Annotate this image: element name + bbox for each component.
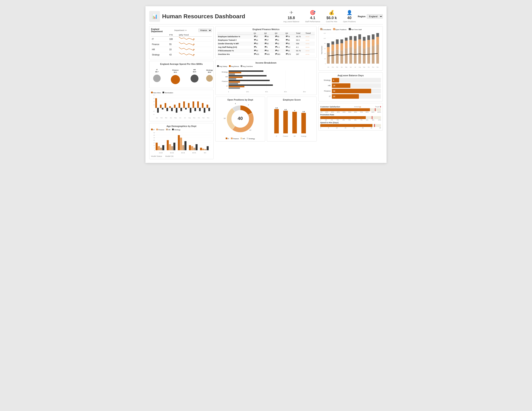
svg-rect-181 <box>358 39 361 46</box>
q2-val: 🏴50 <box>264 42 274 46</box>
svg-rect-197 <box>376 37 379 45</box>
finance-metrics-title: England Finance Metrics <box>217 28 315 30</box>
svg-text:4.5: 4.5 <box>275 107 278 109</box>
avg-leave-title: AvgLeave Balance Days <box>320 74 381 77</box>
svg-rect-105 <box>228 70 263 72</box>
q3-val: 🏴67 <box>274 49 285 53</box>
svg-rect-70 <box>156 143 158 150</box>
model-status-label: Model Status <box>151 155 162 157</box>
svg-text:15: 15 <box>153 142 155 143</box>
kpi-item-0: ✈ 18.8 Avg Leave Balance <box>283 10 299 23</box>
progress-bars: Customer SatisfactionActual ▬ Target ▮ 0… <box>320 106 381 129</box>
svg-rect-21 <box>160 105 162 108</box>
svg-rect-168 <box>345 48 348 64</box>
col-q4: Q4 <box>285 32 295 35</box>
axis-label: 0% <box>320 111 322 113</box>
stacked-legend: Consultants Open Positions Part Time Sta… <box>320 28 381 30</box>
col-trend: Qttly Trend <box>178 33 212 37</box>
axis-label: 9% <box>372 119 374 121</box>
metric-name: FTE/Contractor % <box>217 49 253 53</box>
svg-text:Nov: Nov <box>202 117 205 118</box>
svg-text:Strategy: Strategy <box>301 135 306 137</box>
svg-rect-81 <box>180 138 182 150</box>
svg-text:80: 80 <box>324 43 326 44</box>
mid-column: England Finance Metrics Q1 Q2 Q3 Q4 Tota… <box>215 26 317 159</box>
axis-label: 4% <box>342 119 344 121</box>
page-title: Human Resources Dashboard <box>162 13 281 20</box>
svg-rect-189 <box>367 40 370 47</box>
dashboard: 📊 Human Resources Dashboard ✈ 18.8 Avg L… <box>145 6 387 163</box>
svg-rect-110 <box>228 77 243 78</box>
bottom-mid: Open Positions by Dept 71712440 IT Finan… <box>215 97 317 142</box>
axis-label: 25 <box>362 127 364 129</box>
q1-val: 🏴433 <box>253 53 264 56</box>
axis-label: 80% <box>366 111 369 113</box>
q4-val: 🏴86 <box>285 38 295 42</box>
svg-text:-2: -2 <box>153 111 154 112</box>
svg-text:2: 2 <box>153 104 154 105</box>
svg-text:80 k: 80 k <box>303 91 306 93</box>
svg-point-2 <box>193 49 194 50</box>
region-dropdown[interactable]: England Scotland Wales <box>367 14 383 19</box>
svg-rect-157 <box>332 45 334 51</box>
svg-text:4.2: 4.2 <box>285 109 287 111</box>
q3-val: 🏴383 <box>274 53 285 56</box>
open-positions-panel: Open Positions by Dept 71712440 IT Finan… <box>215 97 265 142</box>
svg-rect-132 <box>292 112 297 134</box>
leave-bar-track: 32 <box>332 89 381 93</box>
right-column: Consultants Open Positions Part Time Sta… <box>318 26 383 159</box>
svg-rect-113 <box>228 80 270 81</box>
axis-label: 5 <box>328 127 329 129</box>
metric-name: Overtime Hrs <box>217 53 253 56</box>
metric-name: Avg Staff Rating (0-5) <box>217 46 253 49</box>
svg-rect-34 <box>180 108 182 111</box>
svg-rect-176 <box>354 49 357 64</box>
svg-rect-40 <box>190 108 191 113</box>
svg-rect-186 <box>363 37 366 40</box>
donut-legend: IT Finance HR Strategy <box>226 138 255 140</box>
svg-text:20: 20 <box>324 58 326 59</box>
age-demo-chart: 0510152025303519-2526-3536-4546-5555+ <box>151 132 212 154</box>
axis-label: 35 <box>379 127 381 129</box>
legend-finance-dot: Finance <box>231 138 239 140</box>
q3-val: 🏴4.1 <box>274 46 285 49</box>
dept-filter[interactable]: FinanceITHRStrategy <box>199 29 212 32</box>
kpi-item-2: 💰 $6.0 k Cost Per Hire <box>326 10 337 23</box>
total-val: 4.1 <box>295 46 305 49</box>
svg-rect-118 <box>228 86 244 87</box>
svg-rect-39 <box>188 103 190 108</box>
svg-point-1 <box>193 44 194 45</box>
svg-text:0: 0 <box>154 150 155 151</box>
new-hires-panel: New Hires Termination -4-22468JanFebMarA… <box>149 90 214 121</box>
svg-rect-49 <box>204 108 205 113</box>
age-demo-legend: IT Finance HR Strategy <box>151 129 212 131</box>
kpi-value-2: $6.0 k <box>326 16 337 20</box>
svg-text:7: 7 <box>248 104 249 106</box>
leave-dept-label: Finance <box>320 90 331 92</box>
axis-label: 10% <box>378 119 381 121</box>
legend-hr-dot: HR <box>240 138 245 140</box>
svg-rect-76 <box>169 144 171 150</box>
q4-val: 🏴370 <box>285 53 295 56</box>
leave-dept-label: Strategy <box>320 79 331 81</box>
q3-val: 🏴55 <box>274 35 285 38</box>
new-hires-legend: New Hires Termination <box>151 92 212 94</box>
bubble-it: IT$8.7 <box>153 75 161 82</box>
svg-rect-166 <box>340 39 343 43</box>
svg-rect-48 <box>202 103 203 108</box>
axis-label: 70% <box>360 111 363 113</box>
new-hires-chart: -4-22468JanFebMarAprMayJunJulAugSepOctNo… <box>151 95 212 119</box>
leave-bar-track: 22 <box>332 94 381 99</box>
svg-text:6: 6 <box>153 98 154 99</box>
svg-rect-135 <box>301 113 306 134</box>
age-demo-title: Age Demographics by Dept <box>151 125 212 127</box>
svg-rect-158 <box>332 41 334 45</box>
svg-text:55+: 55+ <box>204 152 206 153</box>
svg-rect-196 <box>376 45 379 64</box>
kpi-value-0: 18.8 <box>288 16 295 20</box>
q2-val: 🏴39 <box>264 35 274 38</box>
svg-text:40: 40 <box>324 53 326 54</box>
leave-dept-label: HR <box>320 85 331 87</box>
col-q1: Q1 <box>253 32 264 35</box>
trend-val: — — <box>305 38 315 42</box>
